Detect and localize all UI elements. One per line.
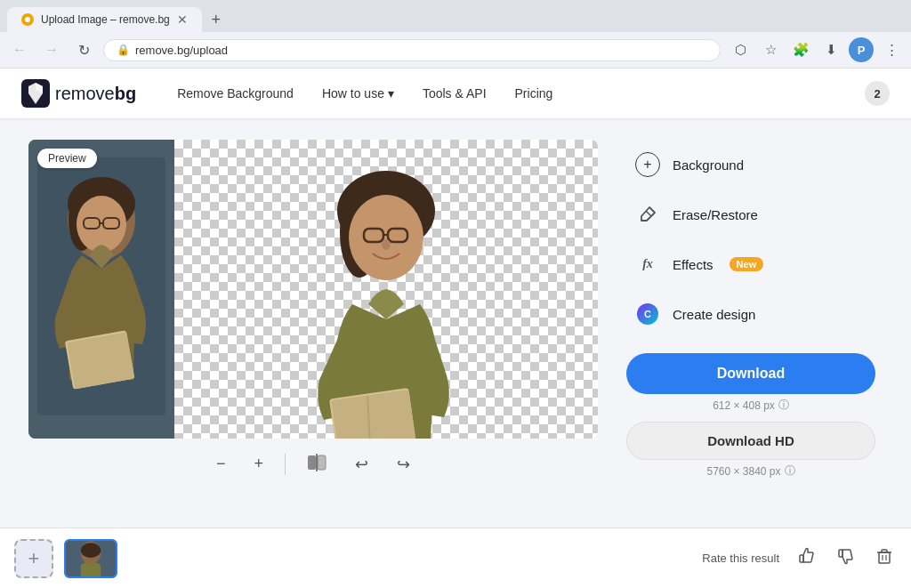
thumbs-up-button[interactable] xyxy=(794,544,818,573)
url-text: remove.bg/upload xyxy=(135,44,228,57)
effects-icon: fx xyxy=(633,250,662,278)
nav-how-to-use[interactable]: How to use ▾ xyxy=(310,79,407,108)
svg-rect-23 xyxy=(308,455,316,470)
download-info-icon: ⓘ xyxy=(778,398,789,413)
download-button[interactable]: Download xyxy=(626,353,875,394)
svg-point-19 xyxy=(382,239,391,250)
image-thumbnail[interactable] xyxy=(64,539,117,578)
active-tab: Upload Image – remove.bg ✕ xyxy=(7,7,202,32)
download-browser-button[interactable]: ⬇ xyxy=(818,37,843,62)
tab-title: Upload Image – remove.bg xyxy=(41,13,170,26)
circle-plus-icon: + xyxy=(635,152,660,177)
address-bar[interactable]: 🔒 remove.bg/upload xyxy=(103,39,721,61)
page-content: removebg Remove Background How to use ▾ … xyxy=(0,68,911,574)
erase-restore-icon xyxy=(633,200,662,229)
top-navigation: removebg Remove Background How to use ▾ … xyxy=(0,68,911,118)
fx-icon: fx xyxy=(642,257,653,271)
thumbnail-inner xyxy=(66,541,116,576)
eraser-icon xyxy=(638,205,657,224)
nav-pricing[interactable]: Pricing xyxy=(503,79,566,108)
svg-rect-24 xyxy=(318,455,326,470)
erase-restore-label: Erase/Restore xyxy=(673,207,758,222)
download-size: 612 × 408 px ⓘ xyxy=(626,398,875,413)
create-design-option[interactable]: C Create design xyxy=(626,289,875,339)
cast-button[interactable]: ⬡ xyxy=(728,37,753,62)
menu-button[interactable]: ⋮ xyxy=(879,37,904,62)
zoom-out-button[interactable]: − xyxy=(209,451,233,477)
original-image-svg xyxy=(28,140,174,439)
bottom-bar: + Rate this result xyxy=(0,528,911,588)
browser-tabs: Upload Image – remove.bg ✕ + xyxy=(7,7,904,32)
original-image xyxy=(28,140,174,439)
compare-button[interactable] xyxy=(300,449,334,479)
redo-button[interactable]: ↪ xyxy=(390,451,417,478)
image-controls: − + ↩ ↪ xyxy=(28,449,598,479)
erase-restore-option[interactable]: Erase/Restore xyxy=(626,189,875,239)
thumbs-down-button[interactable] xyxy=(833,544,858,573)
new-tab-button[interactable]: + xyxy=(204,7,229,32)
svg-rect-30 xyxy=(800,555,803,562)
image-canvas: Preview xyxy=(28,140,598,439)
add-image-button[interactable]: + xyxy=(14,539,53,578)
effects-option[interactable]: fx Effects New xyxy=(626,239,875,289)
browser-actions: ⬡ ☆ 🧩 ⬇ P ⋮ xyxy=(728,37,904,62)
extensions-button[interactable]: 🧩 xyxy=(788,37,813,62)
undo-button[interactable]: ↩ xyxy=(348,451,375,478)
delete-button[interactable] xyxy=(872,544,897,573)
browser-toolbar: ← → ↻ 🔒 remove.bg/upload ⬡ ☆ 🧩 ⬇ P ⋮ xyxy=(0,32,911,68)
tab-close-button[interactable]: ✕ xyxy=(177,12,188,27)
thumbnail-svg xyxy=(66,539,116,578)
image-editor: Preview xyxy=(28,140,598,479)
background-icon: + xyxy=(633,150,662,179)
svg-point-29 xyxy=(81,543,101,558)
download-hd-info-icon: ⓘ xyxy=(785,463,795,479)
forward-button[interactable]: → xyxy=(39,37,64,62)
svg-rect-32 xyxy=(879,552,890,563)
rate-text: Rate this result xyxy=(702,552,779,565)
reload-button[interactable]: ↻ xyxy=(71,37,96,62)
preview-label[interactable]: Preview xyxy=(37,149,97,168)
background-option[interactable]: + Background xyxy=(626,140,875,189)
logo[interactable]: removebg xyxy=(21,79,136,108)
back-button[interactable]: ← xyxy=(7,37,32,62)
nav-tools-api[interactable]: Tools & API xyxy=(410,79,499,108)
bottom-actions: Rate this result xyxy=(702,544,897,573)
new-badge: New xyxy=(730,257,764,271)
processed-image-svg xyxy=(253,140,520,439)
processed-image xyxy=(174,140,598,439)
profile-button[interactable]: P xyxy=(849,37,874,62)
background-label: Background xyxy=(673,157,744,173)
create-design-label: Create design xyxy=(673,307,755,322)
trash-icon xyxy=(875,547,893,565)
svg-rect-31 xyxy=(839,550,842,557)
notification-badge[interactable]: 2 xyxy=(865,81,890,106)
tab-favicon xyxy=(21,13,34,26)
nav-remove-background[interactable]: Remove Background xyxy=(165,79,306,108)
download-hd-size: 5760 × 3840 px ⓘ xyxy=(626,463,875,479)
main-area: Preview xyxy=(0,118,911,500)
nav-links: Remove Background How to use ▾ Tools & A… xyxy=(165,79,565,108)
dropdown-arrow-icon: ▾ xyxy=(388,86,394,101)
right-panel: + Background Erase/Restore fx xyxy=(626,140,875,479)
browser-chrome: Upload Image – remove.bg ✕ + xyxy=(0,0,911,32)
effects-label: Effects xyxy=(673,257,713,272)
bookmark-button[interactable]: ☆ xyxy=(758,37,783,62)
compare-icon xyxy=(307,453,327,472)
download-hd-button[interactable]: Download HD xyxy=(626,422,875,460)
create-design-icon: C xyxy=(633,300,662,328)
thumbs-up-icon xyxy=(797,547,815,565)
svg-line-26 xyxy=(646,211,651,216)
zoom-in-button[interactable]: + xyxy=(247,451,271,477)
thumbs-down-icon xyxy=(836,547,854,565)
svg-point-15 xyxy=(349,195,423,280)
lock-icon: 🔒 xyxy=(117,44,130,56)
controls-divider xyxy=(285,454,286,475)
canva-icon: C xyxy=(637,303,658,325)
logo-text: removebg xyxy=(55,84,136,104)
logo-icon xyxy=(21,79,50,108)
